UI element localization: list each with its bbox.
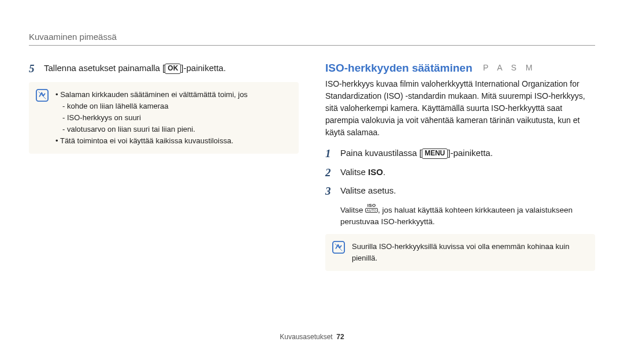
right-column: ISO-herkkyyden säätäminen P A S M ISO-he… [325, 62, 595, 327]
step-1: 1 Paina kuvaustilassa [MENU]-painiketta. [325, 147, 595, 161]
step-5: 5 Tallenna asetukset painamalla [OK]-pai… [29, 62, 299, 76]
mode-indicator: P A S M [483, 63, 536, 72]
step-text: Tallenna asetukset painamalla [OK]-paini… [44, 62, 226, 75]
note-bullet: Salaman kirkkauden säätäminen ei välttäm… [55, 89, 248, 136]
step-text-post: . [383, 167, 385, 177]
step-text: Paina kuvaustilassa [MENU]-painiketta. [340, 147, 493, 159]
step-number: 5 [29, 62, 44, 76]
step-text-post: ]-painiketta. [181, 63, 226, 73]
footer-section: Kuvausasetukset [280, 333, 332, 341]
ok-key-icon: OK [165, 64, 181, 74]
note-box-right: Suurilla ISO-herkkyyksillä kuvissa voi o… [325, 234, 595, 271]
iso-auto-icon: ISOAUTO [365, 203, 378, 213]
footer-page-number: 72 [336, 333, 344, 341]
note-text: Suurilla ISO-herkkyyksillä kuvissa voi o… [352, 241, 587, 264]
note-sub-bullet: ISO-herkkyys on suuri [62, 112, 248, 124]
intro-paragraph: ISO-herkkyys kuvaa filmin valoherkkyyttä… [325, 78, 595, 139]
note-box-left: Salaman kirkkauden säätäminen ei välttäm… [29, 82, 299, 154]
step-number: 1 [325, 147, 340, 161]
step-text-pre: Paina kuvaustilassa [ [340, 148, 422, 158]
note-sub-bullet: kohde on liian lähellä kameraa [62, 101, 248, 112]
step-text-bold: ISO [368, 167, 383, 177]
page-header-title: Kuvaaminen pimeässä [29, 32, 595, 42]
step-text-pre: Valitse [340, 167, 368, 177]
subtext-pre: Valitse [340, 206, 365, 214]
note-icon [332, 241, 345, 254]
section-heading: ISO-herkkyyden säätäminen [325, 62, 473, 74]
step-text-post: ]-painiketta. [448, 148, 493, 158]
note-sub-bullet: valotusarvo on liian suuri tai liian pie… [62, 124, 248, 135]
step-2: 2 Valitse ISO. [325, 166, 595, 180]
step-subtext: Valitse ISOAUTO, jos haluat käyttää koht… [340, 203, 595, 228]
note-text: Salaman kirkkauden säätäminen ei välttäm… [55, 89, 248, 147]
step-number: 2 [325, 166, 340, 180]
menu-key-icon: MENU [422, 148, 448, 159]
step-number: 3 [325, 184, 340, 199]
step-3: 3 Valitse asetus. [325, 184, 595, 199]
step-text-pre: Tallenna asetukset painamalla [ [44, 63, 165, 73]
section-heading-row: ISO-herkkyyden säätäminen P A S M [325, 62, 595, 75]
manual-page: Kuvaaminen pimeässä 5 Tallenna asetukset… [0, 0, 624, 364]
page-footer: Kuvausasetukset 72 [29, 327, 595, 341]
note-icon [36, 89, 49, 102]
left-column: 5 Tallenna asetukset painamalla [OK]-pai… [29, 62, 299, 327]
step-text: Valitse asetus. [340, 184, 396, 197]
header-rule [29, 45, 595, 46]
step-text: Valitse ISO. [340, 166, 385, 179]
note-bullet: Tätä toimintoa ei voi käyttää kaikissa k… [55, 135, 248, 147]
note-line: Salaman kirkkauden säätäminen ei välttäm… [60, 90, 247, 99]
two-column-layout: 5 Tallenna asetukset painamalla [OK]-pai… [29, 62, 595, 327]
